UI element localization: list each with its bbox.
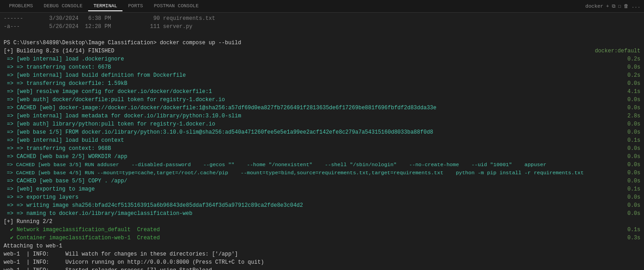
terminal-line: [+] Building 8.2s (14/14) FINISHED docke… — [4, 47, 640, 55]
terminal-line: => => transferring dockerfile: 1.59kB 0.… — [4, 79, 640, 88]
terminal-line: => [web internal] load .dockerignore 0.2… — [4, 55, 640, 63]
tab-ports[interactable]: PORTS — [122, 1, 148, 11]
terminal-line: ------ 3/30/2024 6:38 PM 90 requirements… — [4, 14, 640, 23]
docker-label: docker — [585, 4, 603, 9]
tabs-right: docker + ⧉ ☐ 🗑 ... — [585, 3, 640, 9]
terminal-line: ✔ Network imageclassification_default Cr… — [4, 226, 640, 234]
terminal-line: web-1 | INFO: Uvicorn running on http://… — [4, 258, 640, 266]
terminal-line: => CACHED [web base 2/5] WORKDIR /app 0.… — [4, 153, 640, 161]
terminal-line — [4, 31, 640, 39]
terminal-line: => CACHED [web base 4/5] RUN --mount=typ… — [4, 169, 640, 177]
terminal-line: => => exporting layers 0.0s — [4, 193, 640, 201]
more-actions-button[interactable]: ... — [631, 4, 640, 9]
terminal-line: => [web auth] docker/dockerfile:pull tok… — [4, 96, 640, 104]
close-panel-button[interactable]: ☐ — [618, 3, 621, 9]
terminal-line: => CACHED [web] docker-image://docker.io… — [4, 104, 640, 112]
terminal-line: => => transferring context: 667B 0.0s — [4, 63, 640, 71]
terminal-line: => [web internal] load build context 0.1… — [4, 136, 640, 144]
terminal-line: => [web] exporting to image 0.1s — [4, 185, 640, 193]
terminal-line: => => writing image sha256:bfad24cf51351… — [4, 201, 640, 209]
add-terminal-button[interactable]: + — [606, 4, 609, 9]
terminal-line: Attaching to web-1 — [4, 242, 640, 250]
terminal-line: => => transferring context: 968B 0.0s — [4, 144, 640, 153]
terminal-line: => [web auth] library/python:pull token … — [4, 120, 640, 128]
terminal-line: web-1 | INFO: Will watch for changes in … — [4, 250, 640, 258]
terminal-line: -a--- 5/26/2024 12:28 PM 111 server.py — [4, 23, 640, 31]
terminal-line: => [web internal] load metadata for dock… — [4, 112, 640, 120]
terminal-line: => [web internal] load build definition … — [4, 71, 640, 79]
terminal-line: => CACHED [web base 3/5] RUN adduser --d… — [4, 161, 640, 169]
trash-button[interactable]: 🗑 — [624, 3, 629, 9]
tab-problems[interactable]: PROBLEMS — [4, 1, 38, 11]
tab-terminal[interactable]: TERMINAL — [88, 1, 123, 11]
split-terminal-button[interactable]: ⧉ — [612, 4, 616, 9]
terminal-line: => CACHED [web base 5/5] COPY . /app/ 0.… — [4, 177, 640, 185]
tabs-left: PROBLEMS DEBUG CONSOLE TERMINAL PORTS PO… — [4, 1, 204, 11]
terminal-line: ✔ Container imageclassification-web-1 Cr… — [4, 234, 640, 242]
terminal-line: => [web] resolve image config for docker… — [4, 88, 640, 96]
terminal-line: => [web base 1/5] FROM docker.io/library… — [4, 128, 640, 136]
tab-postman-console[interactable]: POSTMAN CONSOLE — [148, 1, 204, 11]
terminal-line: => => naming to docker.io/library/imagec… — [4, 209, 640, 218]
tab-debug-console[interactable]: DEBUG CONSOLE — [38, 1, 88, 11]
terminal-line: web-1 | INFO: Started reloader process [… — [4, 266, 640, 270]
terminal-line: PS C:\Users\84898\Desktop\Image Classifi… — [4, 39, 640, 47]
tab-bar: PROBLEMS DEBUG CONSOLE TERMINAL PORTS PO… — [0, 0, 644, 13]
terminal-line: [+] Running 2/2 — [4, 218, 640, 226]
vscode-panel: PROBLEMS DEBUG CONSOLE TERMINAL PORTS PO… — [0, 0, 644, 270]
terminal-container[interactable]: ------ 3/30/2024 6:38 PM 90 requirements… — [0, 13, 644, 270]
